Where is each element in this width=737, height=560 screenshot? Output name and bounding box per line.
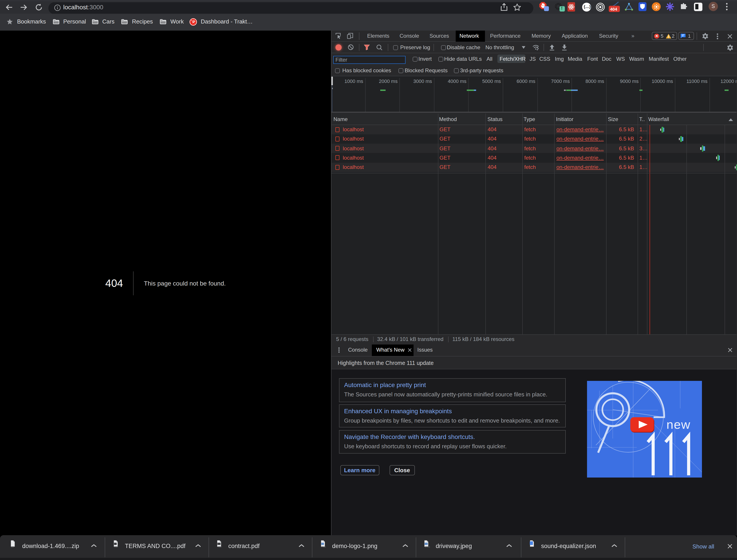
svg-text:new: new [666, 417, 691, 431]
